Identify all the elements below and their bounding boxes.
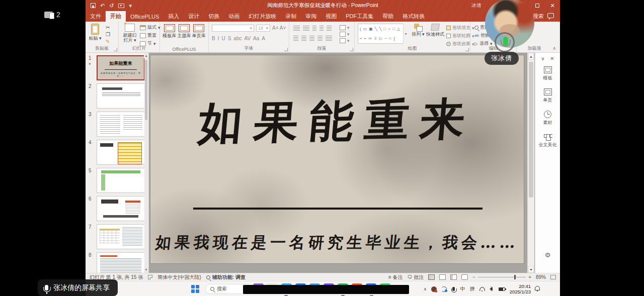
shape-icon[interactable]: □ <box>392 27 395 31</box>
slide-thumbnail[interactable]: 7 <box>97 224 143 249</box>
paste-button[interactable]: 粘贴 ▾ <box>89 24 102 41</box>
shape-icon[interactable]: { <box>393 36 395 41</box>
notification-bell-icon[interactable] <box>535 286 540 290</box>
volume-icon[interactable] <box>490 287 493 291</box>
start-slideshow-icon[interactable] <box>118 4 124 8</box>
officeplus-button[interactable]: 模板库 <box>162 24 177 38</box>
comments-icon[interactable] <box>547 13 554 18</box>
font-format-button[interactable]: U <box>221 36 225 41</box>
clock[interactable]: 20:41 2025/1/23 <box>510 283 531 295</box>
drawing-dialog-launcher[interactable] <box>465 48 469 51</box>
quick-styles-button[interactable]: 快速样式 <box>426 24 444 37</box>
new-slide-button[interactable]: 新建幻灯片 ▾ <box>121 24 138 43</box>
ribbon-tab[interactable]: PDF工具集 <box>341 11 378 22</box>
align-text-icon[interactable] <box>340 32 346 37</box>
slide-thumbnail-image[interactable] <box>97 140 145 165</box>
normal-view-icon[interactable] <box>428 274 435 280</box>
slide-thumbnail[interactable]: 5 <box>97 168 143 193</box>
qat-customize-icon[interactable]: ▾ <box>129 3 132 9</box>
ribbon-tab[interactable]: OfficePLUS <box>126 11 164 22</box>
ribbon-tab[interactable]: 录制 <box>281 11 301 22</box>
font-name-combo[interactable]: ▾ <box>212 25 254 32</box>
shape-icon[interactable]: ⌐ <box>364 36 367 41</box>
layout-button[interactable]: 版式▾ <box>140 24 160 31</box>
shape-gallery-more-icon[interactable]: ▾ <box>403 24 408 44</box>
language-indicator[interactable]: 简体中文(中国大陆) <box>157 274 201 281</box>
font-dialog-launcher[interactable] <box>284 48 288 51</box>
notes-toggle[interactable]: ≡ 备注 <box>388 274 403 281</box>
shape-icon[interactable]: ⇩ <box>374 36 377 41</box>
comments-toggle[interactable]: 🗨 批注 <box>408 274 424 281</box>
restore-button[interactable] <box>530 0 545 11</box>
slide-thumbnail-image[interactable] <box>97 168 145 193</box>
font-format-button[interactable]: S <box>228 36 231 41</box>
slide-thumbnail-image[interactable] <box>97 83 145 109</box>
new-slide-dropdown-icon[interactable]: ▾ <box>134 38 136 43</box>
columns-icon[interactable] <box>326 36 332 41</box>
slide-title[interactable]: 如果能重来 <box>150 88 524 155</box>
shape-icon[interactable]: ○ <box>388 27 390 31</box>
ime-mode-button[interactable]: 拼 <box>470 285 475 292</box>
shape-icon[interactable]: △ <box>397 27 400 31</box>
smartart-convert-icon[interactable] <box>340 38 346 43</box>
recording-tray-icon[interactable] <box>431 286 437 292</box>
justify-icon[interactable] <box>317 36 323 41</box>
ime-language-button[interactable]: 中 <box>460 285 465 292</box>
sidebar-settings-icon[interactable]: ⚙ <box>535 251 560 259</box>
slide-sorter-view-icon[interactable] <box>439 274 446 280</box>
align-center-icon[interactable] <box>301 36 306 41</box>
sidebar-item[interactable]: 单页 <box>535 88 560 104</box>
ribbon-tab[interactable]: 帮助 <box>378 11 398 22</box>
ribbon-tab[interactable]: 切换 <box>204 11 224 22</box>
start-button[interactable] <box>191 285 199 293</box>
shape-icon[interactable]: ╲ <box>379 27 382 31</box>
clipboard-dialog-launcher[interactable] <box>114 48 117 51</box>
font-format-button[interactable]: I <box>218 36 219 41</box>
cut-icon[interactable]: ✂ <box>106 25 110 30</box>
scroll-up-icon[interactable]: ▲ <box>528 53 534 60</box>
ribbon-tab[interactable]: 文件 <box>86 11 106 22</box>
font-format-button[interactable]: A <box>262 36 265 41</box>
close-button[interactable]: ✕ <box>545 0 560 11</box>
slide-thumbnail-image[interactable] <box>97 252 145 273</box>
ribbon-tab[interactable]: 格式转换 <box>398 11 429 22</box>
shape-icon[interactable]: ( <box>360 27 361 31</box>
shape-icon[interactable]: ▣ <box>369 27 373 31</box>
slide-thumbnail-image[interactable] <box>97 112 145 137</box>
microphone-tray-icon[interactable] <box>452 287 455 291</box>
slide-thumbnail[interactable]: 4 <box>97 140 143 165</box>
paragraph-dialog-launcher[interactable] <box>350 48 353 51</box>
font-format-button[interactable]: AV <box>244 36 251 41</box>
scroll-down-icon[interactable]: ▼ <box>528 266 534 273</box>
tray-expand-icon[interactable]: ∧ <box>424 287 427 291</box>
font-format-button[interactable]: Aa <box>253 36 259 41</box>
slideshow-view-icon[interactable] <box>461 274 468 280</box>
zoom-in-icon[interactable]: + <box>528 274 531 280</box>
shape-icon[interactable]: ╲ <box>375 27 377 31</box>
slide-thumbnail[interactable]: 3 <box>97 112 143 137</box>
paste-dropdown-icon[interactable]: ▾ <box>99 36 102 41</box>
text-direction-icon[interactable] <box>340 25 346 30</box>
shape-icon[interactable]: ▷ <box>379 36 382 41</box>
ribbon-tab[interactable]: 动画 <box>224 11 244 22</box>
align-right-icon[interactable] <box>309 36 314 41</box>
slide-thumbnail-image[interactable] <box>97 196 145 221</box>
ribbon-tab[interactable]: 视图 <box>321 11 341 22</box>
grow-shrink-font[interactable]: A˄ A˅ <box>272 25 286 31</box>
shape-gallery[interactable]: (▭▣╲╲□○□△⌐⌐⇨⇩▷~∩{ <box>358 24 408 44</box>
notes-page-icon[interactable] <box>148 275 152 279</box>
copy-icon[interactable]: ❐ <box>106 32 110 37</box>
thumbnail-scroll-down-icon[interactable]: ▼ <box>144 267 148 272</box>
officeplus-button[interactable]: 主题库 <box>177 24 191 38</box>
shape-icon[interactable]: ▭ <box>363 27 367 31</box>
zoom-out-icon[interactable]: − <box>472 274 475 280</box>
slide-subtitle[interactable]: 如果我现在是一名研究生毕业生，我会…… <box>150 232 524 253</box>
slide-canvas[interactable]: 如果能重来 如果我现在是一名研究生毕业生，我会…… <box>150 55 524 263</box>
increase-indent-icon[interactable] <box>319 26 324 31</box>
font-size-combo[interactable]: 18▾ <box>256 25 270 32</box>
slide-thumbnail[interactable]: 6 <box>97 196 143 221</box>
officeplus-button[interactable]: 单页库 <box>192 24 206 38</box>
slide-scrollbar[interactable]: ▲ ▼ <box>527 53 534 273</box>
sidebar-close-icon[interactable]: ✕ <box>550 56 554 61</box>
slide-thumbnail-image[interactable] <box>97 224 145 249</box>
